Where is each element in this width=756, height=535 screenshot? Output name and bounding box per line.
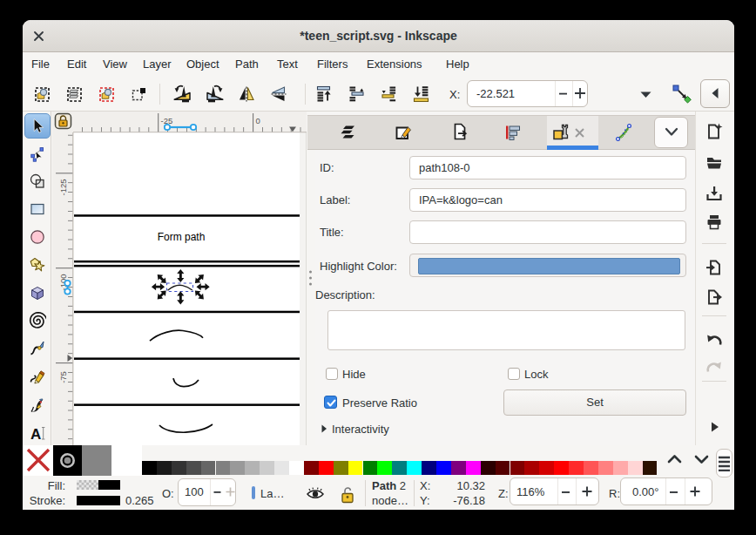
svg-text:-125: -125 [58,179,68,195]
svg-text:Form path: Form path [158,231,206,243]
svg-text:-75: -75 [58,371,68,383]
svg-text:-25: -25 [161,116,173,125]
svg-text:A: A [30,426,41,443]
svg-text:0: 0 [256,116,260,125]
